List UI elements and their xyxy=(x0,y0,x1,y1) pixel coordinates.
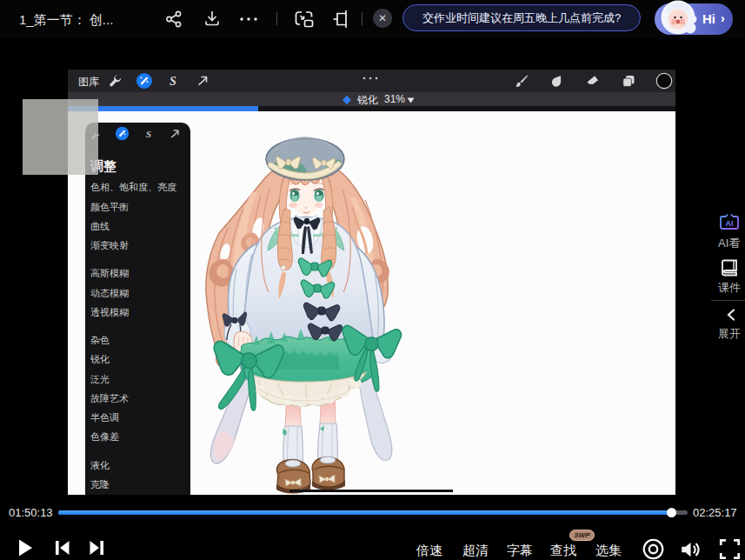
svg-text:AI: AI xyxy=(726,219,734,228)
svg-text:S: S xyxy=(146,129,151,139)
svg-text:S: S xyxy=(170,75,176,88)
